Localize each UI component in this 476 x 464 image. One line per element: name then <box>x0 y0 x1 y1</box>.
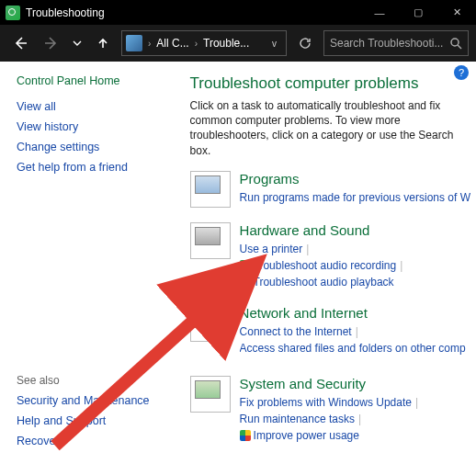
svg-point-0 <box>451 39 459 46</box>
back-button[interactable] <box>7 30 33 56</box>
maximize-button[interactable]: ▢ <box>399 0 437 25</box>
shield-icon <box>240 260 251 271</box>
category-title-security[interactable]: System and Security <box>240 376 367 391</box>
link-run-maintenance[interactable]: Run maintenance tasks <box>240 413 355 425</box>
chevron-right-icon: › <box>146 39 153 49</box>
forward-button[interactable] <box>39 30 64 56</box>
category-title-programs[interactable]: Programs <box>240 171 300 187</box>
refresh-button[interactable] <box>292 30 318 56</box>
programs-icon <box>190 171 231 208</box>
link-run-legacy-programs[interactable]: Run programs made for previous versions … <box>240 191 470 204</box>
security-icon <box>190 376 231 413</box>
shield-icon <box>240 430 251 441</box>
see-also-heading: See also <box>17 374 181 387</box>
breadcrumb[interactable]: › All C... › Trouble... v <box>121 30 287 56</box>
control-panel-home-link[interactable]: Control Panel Home <box>17 74 174 87</box>
link-troubleshoot-audio-recording[interactable]: Troubleshoot audio recording <box>254 259 397 272</box>
hardware-icon <box>190 222 231 259</box>
see-also-security[interactable]: Security and Maintenance <box>17 394 181 407</box>
category-title-hardware[interactable]: Hardware and Sound <box>240 222 370 238</box>
sidebar-get-help[interactable]: Get help from a friend <box>17 161 174 174</box>
nav-bar: › All C... › Trouble... v Search Trouble… <box>0 25 476 62</box>
shield-icon <box>240 277 251 288</box>
see-also-help[interactable]: Help and Support <box>17 414 181 427</box>
chevron-down-icon <box>73 39 82 48</box>
category-system-security: System and Security Fix problems with Wi… <box>190 376 470 444</box>
chevron-right-icon: › <box>193 39 199 49</box>
window-title: Troubleshooting <box>26 6 360 19</box>
link-improve-power[interactable]: Improve power usage <box>254 429 359 442</box>
title-bar: Troubleshooting — ▢ ✕ <box>0 0 476 25</box>
minimize-button[interactable]: — <box>360 0 399 25</box>
page-intro: Click on a task to automatically trouble… <box>190 98 470 158</box>
sidebar-view-history[interactable]: View history <box>17 120 174 133</box>
see-also-recovery[interactable]: Recovery <box>17 435 181 447</box>
category-title-network[interactable]: Network and Internet <box>240 305 368 321</box>
window-controls: — ▢ ✕ <box>360 0 476 25</box>
app-icon <box>6 6 20 20</box>
refresh-icon <box>299 37 312 50</box>
sidebar-change-settings[interactable]: Change settings <box>17 141 174 153</box>
close-button[interactable]: ✕ <box>437 0 476 25</box>
crumb-troubleshooting[interactable]: Trouble... <box>203 37 249 50</box>
back-arrow-icon <box>12 35 28 51</box>
forward-arrow-icon <box>43 35 60 51</box>
recent-locations-button[interactable] <box>70 30 85 56</box>
sidebar: Control Panel Home View all View history… <box>0 62 190 464</box>
network-icon <box>190 305 231 342</box>
search-icon <box>449 37 462 50</box>
page-heading: Troubleshoot computer problems <box>190 74 470 93</box>
category-network-internet: Network and Internet Connect to the Inte… <box>190 305 470 361</box>
link-access-shared-files[interactable]: Access shared files and folders on other… <box>240 342 466 355</box>
link-fix-windows-update[interactable]: Fix problems with Windows Update <box>240 396 412 409</box>
link-troubleshoot-audio-playback[interactable]: Troubleshoot audio playback <box>254 276 394 289</box>
search-box[interactable]: Search Troubleshooti... <box>323 30 469 56</box>
sidebar-view-all[interactable]: View all <box>17 100 174 113</box>
link-use-printer[interactable]: Use a printer <box>240 243 303 255</box>
location-icon <box>126 35 142 51</box>
help-icon[interactable]: ? <box>454 65 469 80</box>
up-arrow-icon <box>96 36 110 51</box>
breadcrumb-dropdown[interactable]: v <box>266 39 282 49</box>
main-content: ? Troubleshoot computer problems Click o… <box>190 62 476 464</box>
link-connect-internet[interactable]: Connect to the Internet <box>240 325 352 338</box>
up-button[interactable] <box>90 30 116 56</box>
category-hardware-sound: Hardware and Sound Use a printer| Troubl… <box>190 222 470 290</box>
category-programs: Programs Run programs made for previous … <box>190 171 470 208</box>
search-placeholder: Search Troubleshooti... <box>330 37 444 50</box>
crumb-all-control-panel[interactable]: All C... <box>156 37 188 50</box>
